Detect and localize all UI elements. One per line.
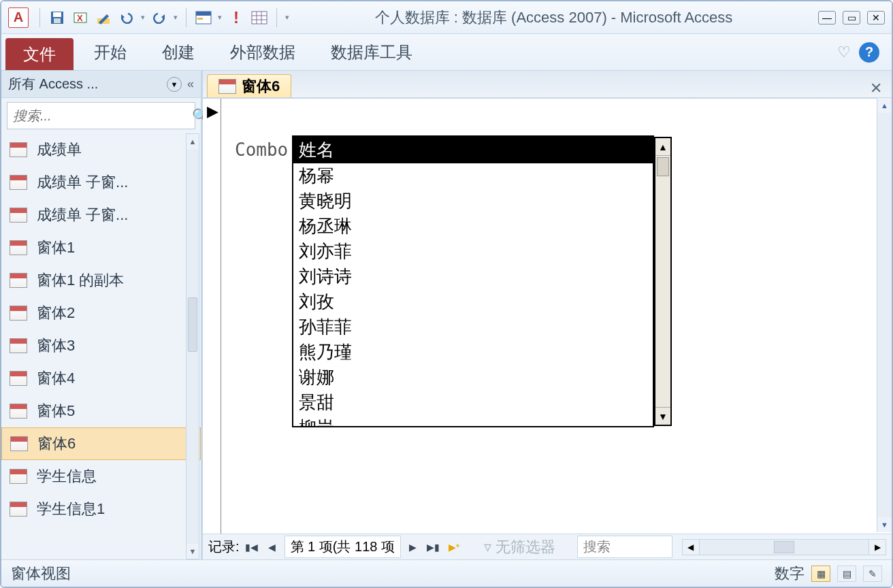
- form-icon: [10, 436, 28, 451]
- nav-item[interactable]: 学生信息1: [1, 493, 201, 525]
- prev-record-icon[interactable]: ◀: [264, 539, 280, 555]
- excel-export-icon[interactable]: X: [71, 9, 89, 27]
- nav-item[interactable]: 成绩单 子窗...: [1, 166, 201, 199]
- form-icon: [10, 142, 27, 157]
- ribbon-tabs: 文件 开始 创建 外部数据 数据库工具 ♡ ?: [1, 34, 892, 71]
- combo-item[interactable]: 刘亦菲: [293, 239, 653, 264]
- alert-icon[interactable]: !: [227, 9, 245, 27]
- tab-externaldata[interactable]: 外部数据: [212, 34, 313, 70]
- scroll-up-icon[interactable]: ▲: [877, 98, 892, 113]
- scroll-up-icon[interactable]: ▲: [655, 138, 670, 156]
- combo-scrollbar[interactable]: ▲ ▼: [654, 137, 672, 426]
- design-view-button[interactable]: ✎: [863, 566, 882, 582]
- combo-item[interactable]: 刘孜: [293, 289, 653, 314]
- scroll-down-icon[interactable]: ▼: [655, 407, 670, 425]
- nav-item[interactable]: 窗体6: [1, 427, 201, 460]
- form-icon: [10, 371, 27, 386]
- combo-item[interactable]: 刘诗诗: [293, 264, 653, 289]
- app-icon[interactable]: A: [8, 7, 29, 28]
- navpane-collapse-icon[interactable]: «: [187, 77, 194, 91]
- form-icon: [10, 306, 27, 321]
- nav-item[interactable]: 学生信息: [1, 460, 201, 493]
- record-nav-label: 记录:: [208, 538, 240, 556]
- scroll-up-icon[interactable]: ▲: [186, 134, 199, 149]
- first-record-icon[interactable]: ▮◀: [244, 539, 260, 555]
- undo-icon[interactable]: [118, 9, 135, 27]
- navpane-scrollbar[interactable]: ▲ ▼: [186, 133, 199, 559]
- svg-rect-2: [54, 18, 61, 23]
- minimize-button[interactable]: —: [818, 11, 836, 24]
- record-position[interactable]: 第 1 项(共 118 项: [285, 536, 401, 558]
- record-search-input[interactable]: 搜索: [577, 536, 672, 558]
- vertical-scrollbar[interactable]: ▲ ▼: [877, 98, 892, 532]
- tab-create[interactable]: 创建: [144, 34, 212, 70]
- combo-header[interactable]: 姓名: [293, 137, 653, 163]
- navpane-header[interactable]: 所有 Access ... ▼ «: [1, 71, 201, 98]
- combo-dropdown[interactable]: 姓名 杨幂 黄晓明 杨丞琳 刘亦菲 刘诗诗 刘孜 孙菲菲 熊乃瑾 谢娜 景甜 柳…: [292, 135, 654, 427]
- form-icon: [10, 404, 27, 419]
- navpane-dropdown-icon[interactable]: ▼: [167, 77, 182, 92]
- scroll-right-icon[interactable]: ▶: [868, 539, 886, 555]
- form-view: ▶ Combo 姓名 杨幂 黄晓明 杨丞琳 刘亦菲 刘诗诗 刘孜 孙菲菲 熊乃瑾…: [203, 98, 892, 534]
- navpane-search: 🔍: [7, 102, 195, 129]
- filter-status[interactable]: ▿ 无筛选器: [484, 537, 555, 557]
- tab-home[interactable]: 开始: [76, 34, 144, 70]
- svg-rect-1: [53, 12, 61, 17]
- next-record-icon[interactable]: ▶: [405, 539, 421, 555]
- combo-item[interactable]: 黄晓明: [293, 189, 653, 214]
- nav-item[interactable]: 窗体4: [1, 362, 201, 395]
- combo-item[interactable]: 杨幂: [293, 163, 653, 189]
- last-record-icon[interactable]: ▶▮: [425, 539, 442, 555]
- scroll-thumb[interactable]: [188, 297, 197, 352]
- nav-item[interactable]: 窗体3: [1, 329, 201, 362]
- combo-item[interactable]: 孙菲菲: [293, 314, 653, 340]
- scroll-down-icon[interactable]: ▼: [877, 517, 892, 532]
- scroll-left-icon[interactable]: ◀: [682, 539, 700, 555]
- datasheet-icon[interactable]: [250, 9, 268, 27]
- help-icon[interactable]: ?: [859, 42, 879, 63]
- close-button[interactable]: ✕: [867, 11, 885, 24]
- form-mode-icon[interactable]: [195, 9, 212, 27]
- nav-item[interactable]: 成绩单 子窗...: [1, 199, 201, 231]
- new-record-icon[interactable]: ▶*: [446, 539, 462, 555]
- navpane-list: 成绩单 成绩单 子窗... 成绩单 子窗... 窗体1 窗体1 的副本 窗体2 …: [1, 133, 201, 559]
- tab-dbtools[interactable]: 数据库工具: [313, 34, 430, 70]
- doc-tab-label: 窗体6: [242, 76, 280, 97]
- redo-icon[interactable]: [150, 9, 168, 27]
- combo-item[interactable]: 熊乃瑾: [293, 340, 653, 365]
- horizontal-scrollbar[interactable]: ◀ ▶: [682, 539, 886, 555]
- scroll-thumb[interactable]: [774, 541, 794, 553]
- scroll-thumb[interactable]: [657, 157, 669, 176]
- doc-tab[interactable]: 窗体6: [207, 74, 291, 97]
- maximize-button[interactable]: ▭: [843, 11, 860, 24]
- feedback-icon[interactable]: ♡: [837, 44, 851, 61]
- filter-icon: ▿: [484, 538, 491, 556]
- scroll-down-icon[interactable]: ▼: [186, 544, 199, 559]
- navpane-search-input[interactable]: [7, 108, 192, 124]
- nav-item[interactable]: 窗体1: [1, 231, 201, 264]
- form-icon: [10, 338, 27, 353]
- doc-tab-close-icon[interactable]: ✕: [870, 80, 882, 97]
- file-tab[interactable]: 文件: [5, 38, 74, 70]
- form-icon: [10, 502, 27, 517]
- form-icon: [10, 273, 27, 288]
- datasheet-view-button[interactable]: ▤: [837, 566, 856, 582]
- save-icon[interactable]: [48, 9, 66, 27]
- form-icon: [218, 79, 236, 94]
- combo-item[interactable]: 柳岩: [293, 415, 653, 426]
- combo-item[interactable]: 谢娜: [293, 365, 653, 390]
- form-view-button[interactable]: ▦: [811, 566, 830, 582]
- edit-icon[interactable]: [95, 9, 112, 27]
- nav-item[interactable]: 成绩单: [1, 133, 201, 166]
- nav-item[interactable]: 窗体2: [1, 297, 201, 329]
- combo-item[interactable]: 景甜: [293, 390, 653, 415]
- status-mode: 数字: [775, 564, 805, 584]
- nav-item[interactable]: 窗体1 的副本: [1, 264, 201, 297]
- nav-item[interactable]: 窗体5: [1, 395, 201, 427]
- record-selector-icon[interactable]: ▶: [206, 101, 219, 122]
- svg-text:X: X: [77, 13, 83, 23]
- window-title: 个人数据库 : 数据库 (Access 2007) - Microsoft Ac…: [289, 7, 818, 28]
- combo-item[interactable]: 杨丞琳: [293, 214, 653, 239]
- document-tabs: 窗体6 ✕: [203, 71, 892, 98]
- svg-rect-7: [196, 12, 211, 16]
